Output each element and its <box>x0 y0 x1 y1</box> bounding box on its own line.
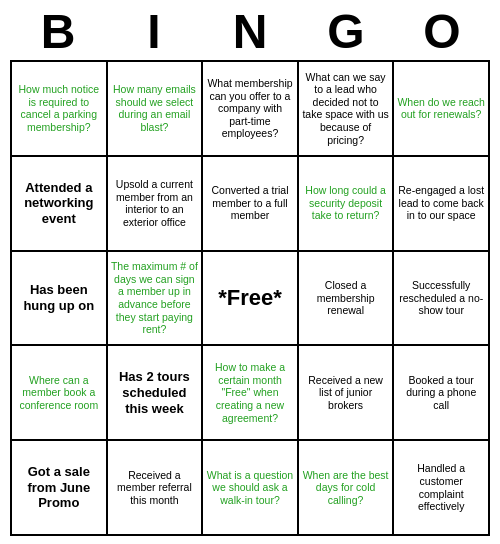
bingo-cell-11: The maximum # of days we can sign a memb… <box>107 251 203 346</box>
bingo-cell-20: Got a sale from June Promo <box>11 440 107 535</box>
bingo-cell-1: How many emails should we select during … <box>107 61 203 156</box>
bingo-cell-2: What membership can you offer to a compa… <box>202 61 298 156</box>
bingo-cell-21: Received a member referral this month <box>107 440 203 535</box>
bingo-cell-7: Converted a trial member to a full membe… <box>202 156 298 251</box>
bingo-letter-B: B <box>18 8 98 56</box>
bingo-cell-24: Handled a customer complaint effectively <box>393 440 489 535</box>
bingo-grid: How much notice is required to cancel a … <box>10 60 490 536</box>
bingo-cell-10: Has been hung up on <box>11 251 107 346</box>
bingo-cell-12: *Free* <box>202 251 298 346</box>
bingo-cell-8: How long could a security deposit take t… <box>298 156 394 251</box>
bingo-letter-I: I <box>114 8 194 56</box>
bingo-cell-9: Re-engaged a lost lead to come back in t… <box>393 156 489 251</box>
bingo-cell-19: Booked a tour during a phone call <box>393 345 489 440</box>
bingo-cell-3: What can we say to a lead who decided no… <box>298 61 394 156</box>
bingo-cell-16: Has 2 tours scheduled this week <box>107 345 203 440</box>
bingo-cell-14: Successfully rescheduled a no-show tour <box>393 251 489 346</box>
bingo-cell-18: Received a new list of junior brokers <box>298 345 394 440</box>
bingo-letter-O: O <box>402 8 482 56</box>
bingo-cell-4: When do we reach out for renewals? <box>393 61 489 156</box>
bingo-cell-13: Closed a membership renewal <box>298 251 394 346</box>
bingo-cell-5: Attended a networking event <box>11 156 107 251</box>
bingo-cell-6: Upsold a current member from an interior… <box>107 156 203 251</box>
bingo-cell-22: What is a question we should ask a walk-… <box>202 440 298 535</box>
bingo-cell-23: When are the best days for cold calling? <box>298 440 394 535</box>
bingo-title: BINGO <box>10 8 490 56</box>
bingo-cell-17: How to make a certain month "Free" when … <box>202 345 298 440</box>
bingo-letter-G: G <box>306 8 386 56</box>
bingo-cell-0: How much notice is required to cancel a … <box>11 61 107 156</box>
bingo-cell-15: Where can a member book a conference roo… <box>11 345 107 440</box>
bingo-letter-N: N <box>210 8 290 56</box>
